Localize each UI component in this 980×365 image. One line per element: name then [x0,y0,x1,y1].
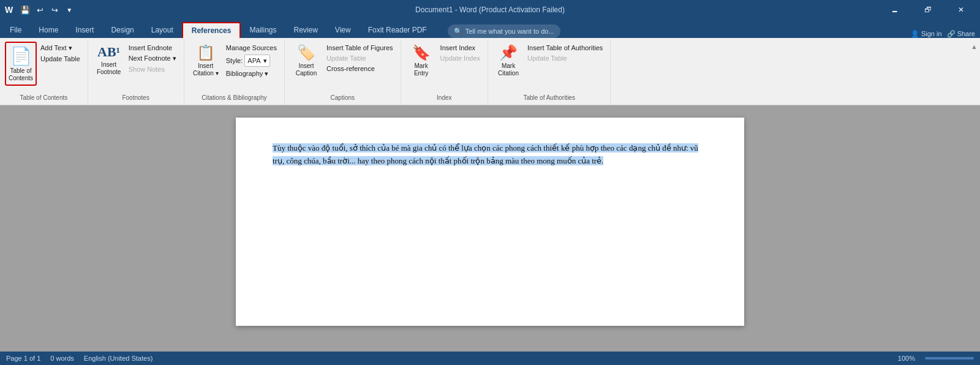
insert-endnote-button[interactable]: Insert Endnote [126,43,179,53]
table-of-contents-label: Table ofContents [9,67,33,82]
share-button[interactable]: 🔗 Share [947,30,975,38]
insert-footnote-label: InsertFootnote [97,61,121,76]
mark-citation-icon: 📌 [499,44,518,61]
insert-caption-label: InsertCaption [296,62,317,77]
tab-home[interactable]: Home [30,22,67,38]
style-label: Style: [226,57,243,64]
redo-icon[interactable]: ↪ [48,4,61,16]
bibliography-button[interactable]: Bibliography ▾ [224,69,279,79]
page-info: Page 1 of 1 [6,355,40,362]
tab-file[interactable]: File [1,22,30,38]
next-footnote-label: Next Footnote ▾ [129,55,176,62]
insert-caption-icon: 🏷️ [297,44,315,61]
style-dropdown-button[interactable]: Style: APA ▾ [224,53,279,68]
title-bar-left: W 💾 ↩ ↪ ▼ [5,4,75,16]
update-table-toc-label: Update Table [40,55,80,62]
insert-endnote-label: Insert Endnote [129,44,173,51]
insert-footnote-icon: AB¹ [97,44,120,60]
update-table-toc-button[interactable]: Update Table [38,54,83,64]
ribbon-group-citations: 📋 InsertCitation ▾ Manage Sources Style:… [184,40,285,105]
update-table-authorities-label: Update Table [527,55,567,62]
search-icon: 🔍 [454,28,462,36]
bibliography-label: Bibliography ▾ [226,70,269,78]
ribbon-group-footnotes: AB¹ InsertFootnote Insert Endnote Next F… [88,40,184,105]
update-table-authorities-button[interactable]: Update Table [525,53,605,63]
selected-text: Tùy thuộc vào độ tuổi, sở thích của bé m… [273,143,698,165]
document-text[interactable]: Tùy thuộc vào độ tuổi, sở thích của bé m… [273,142,707,168]
insert-caption-button[interactable]: 🏷️ InsertCaption [290,42,323,86]
style-value: APA [247,57,260,64]
insert-table-of-authorities-label: Insert Table of Authorities [527,44,603,51]
language: English (United States) [84,355,153,362]
style-select[interactable]: APA ▾ [244,55,270,67]
document-page: Tùy thuộc vào độ tuổi, sở thích của bé m… [236,118,744,326]
update-index-label: Update Index [440,55,480,62]
add-text-button[interactable]: Add Text ▾ [38,43,83,53]
status-bar-right: 100% [898,355,974,362]
tab-review[interactable]: Review [285,22,326,38]
minimize-button[interactable]: 🗕 [881,0,909,20]
update-table-captions-button[interactable]: Update Table [324,53,396,63]
manage-sources-label: Manage Sources [226,44,277,51]
undo-icon[interactable]: ↩ [34,4,46,16]
ribbon: 📄 Table ofContents Add Text ▾ Update Tab… [0,38,980,105]
mark-entry-icon: 🔖 [412,44,431,61]
title-bar: W 💾 ↩ ↪ ▼ Document1 - Word (Product Acti… [0,0,980,20]
group-captions-label: Captions [290,94,396,102]
tab-design[interactable]: Design [102,22,142,38]
insert-index-button[interactable]: Insert Index [438,43,483,53]
insert-table-of-authorities-button[interactable]: Insert Table of Authorities [525,43,605,53]
sign-in-icon[interactable]: 👤 Sign in [911,30,942,38]
document-area: Tùy thuộc vào độ tuổi, sở thích của bé m… [0,105,980,352]
insert-citation-label: InsertCitation ▾ [193,62,219,77]
table-of-contents-button[interactable]: 📄 Table ofContents [5,42,37,86]
title-bar-right: 🗕 🗗 ✕ [881,0,975,20]
ribbon-tabs-right: 👤 Sign in 🔗 Share [911,30,980,38]
mark-citation-button[interactable]: 📌 MarkCitation [493,42,524,86]
close-button[interactable]: ✕ [947,0,975,20]
manage-sources-button[interactable]: Manage Sources [224,43,279,53]
style-dropdown-icon: ▾ [263,57,267,65]
tab-insert[interactable]: Insert [67,22,102,38]
restore-button[interactable]: 🗗 [914,0,942,20]
group-footnotes-label: Footnotes [93,94,179,102]
zoom-slider[interactable] [925,357,974,359]
insert-citation-button[interactable]: 📋 InsertCitation ▾ [189,42,222,86]
group-authorities-label: Table of Authorities [493,94,605,102]
ribbon-tab-bar: File Home Insert Design Layout Reference… [0,20,980,38]
tab-mailings[interactable]: Mailings [241,22,285,38]
ribbon-group-index: 🔖 MarkEntry Insert Index Update Index In… [401,40,488,105]
ribbon-group-captions: 🏷️ InsertCaption Insert Table of Figures… [285,40,401,105]
insert-footnote-button[interactable]: AB¹ InsertFootnote [93,42,125,86]
insert-index-label: Insert Index [440,44,475,51]
save-icon[interactable]: 💾 [19,4,31,16]
word-logo-icon: W [5,5,13,15]
group-citations-label: Citations & Bibliography [189,94,279,102]
tell-me-text: Tell me what you want to do... [466,28,554,35]
tab-layout[interactable]: Layout [143,22,182,38]
tab-foxit[interactable]: Foxit Reader PDF [360,22,435,38]
next-footnote-button[interactable]: Next Footnote ▾ [126,53,179,64]
mark-entry-label: MarkEntry [414,62,428,77]
update-index-button[interactable]: Update Index [438,53,483,63]
table-of-contents-icon: 📄 [10,46,32,66]
quick-access-toolbar: 💾 ↩ ↪ ▼ [19,4,75,16]
insert-table-of-figures-label: Insert Table of Figures [326,44,393,51]
tell-me-box[interactable]: 🔍 Tell me what you want to do... [448,24,560,38]
add-text-label: Add Text ▾ [40,44,72,52]
tab-references[interactable]: References [182,22,241,38]
tab-view[interactable]: View [326,22,360,38]
show-notes-label: Show Notes [129,66,165,73]
document-title: Document1 - Word (Product Activation Fai… [415,6,565,14]
mark-citation-label: MarkCitation [498,62,519,77]
customize-quick-access-icon[interactable]: ▼ [63,4,75,16]
ribbon-group-table-of-contents: 📄 Table ofContents Add Text ▾ Update Tab… [0,40,88,105]
cross-reference-label: Cross-reference [326,65,375,72]
insert-citation-icon: 📋 [197,44,215,61]
ribbon-collapse-button[interactable]: ▲ [971,43,978,50]
cross-reference-button[interactable]: Cross-reference [324,64,396,73]
group-index-label: Index [406,94,483,102]
mark-entry-button[interactable]: 🔖 MarkEntry [406,42,437,86]
insert-table-of-figures-button[interactable]: Insert Table of Figures [324,43,396,53]
show-notes-button[interactable]: Show Notes [126,64,179,74]
